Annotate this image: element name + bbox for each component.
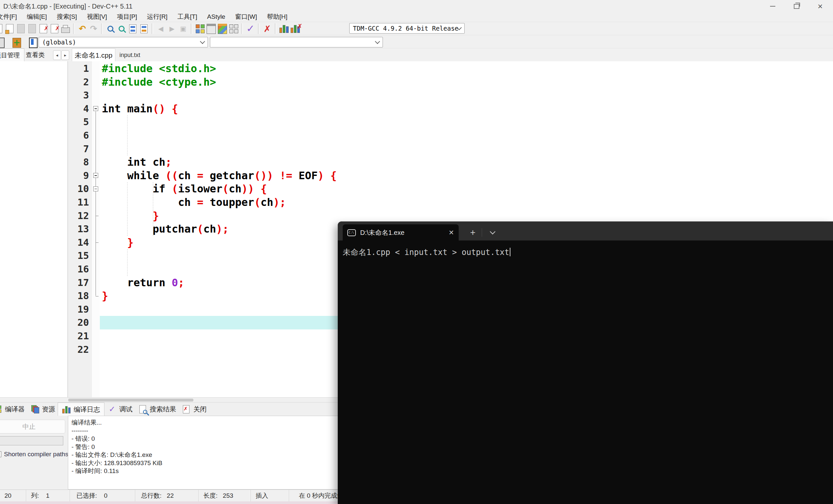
new-project-button[interactable] bbox=[194, 23, 206, 34]
scrollbar-thumb[interactable] bbox=[68, 399, 193, 402]
code-line-10[interactable]: if (islower(ch)) { bbox=[102, 182, 267, 196]
goto-line-button[interactable]: ▣ bbox=[177, 23, 189, 34]
abort-button[interactable]: 中止 bbox=[0, 420, 65, 433]
code-line-1[interactable]: #include <stdio.h> bbox=[102, 62, 216, 75]
menu-item-5[interactable]: 运行[R] bbox=[142, 13, 172, 21]
bottom-tab-3[interactable]: ✓调试 bbox=[104, 403, 136, 416]
code-line-4[interactable]: int main() { bbox=[102, 102, 178, 116]
redo-button[interactable]: ↷ bbox=[88, 23, 99, 34]
save-all-button[interactable] bbox=[26, 23, 38, 34]
new-window-button[interactable] bbox=[206, 23, 217, 34]
restore-button[interactable] bbox=[789, 1, 804, 11]
stop-execution-button[interactable]: ✗ bbox=[262, 23, 273, 34]
editor-tab-input-label: input.txt bbox=[119, 52, 140, 58]
code-token: putchar bbox=[102, 223, 197, 235]
open-file-button[interactable] bbox=[4, 23, 15, 34]
delete-profiling-button[interactable]: ✗ bbox=[290, 23, 301, 34]
print-button[interactable] bbox=[60, 23, 71, 34]
undo-button[interactable]: ↶ bbox=[77, 23, 88, 34]
close-file-button[interactable]: ✗ bbox=[38, 23, 49, 34]
open-book-button[interactable] bbox=[0, 37, 6, 48]
menu-item-7[interactable]: AStyle bbox=[202, 13, 230, 20]
terminal-new-tab-button[interactable]: + bbox=[465, 224, 481, 241]
fold-margin[interactable] bbox=[92, 61, 100, 397]
bottom-tab-0[interactable]: 编译器 bbox=[0, 403, 28, 416]
code-token: int main bbox=[102, 102, 152, 115]
menu-item-2[interactable]: 搜索[S] bbox=[52, 13, 82, 21]
replace-button[interactable] bbox=[127, 23, 138, 34]
fold-box-line-4[interactable] bbox=[93, 106, 98, 111]
terminal-tab-close-icon[interactable]: ✕ bbox=[449, 229, 454, 237]
code-line-17[interactable]: return 0; bbox=[102, 276, 184, 290]
package-manager-button[interactable] bbox=[228, 23, 239, 34]
members-select[interactable] bbox=[210, 37, 383, 47]
find-in-files-button[interactable] bbox=[116, 23, 127, 34]
windows-terminal-window[interactable]: C:\ D:\未命名1.exe ✕ + 未命名1.cpp < input.txt… bbox=[338, 221, 833, 504]
code-token: (( bbox=[165, 169, 178, 182]
compile-progress-bar bbox=[0, 436, 63, 446]
chevron-down-icon bbox=[200, 39, 205, 44]
code-line-14[interactable]: } bbox=[102, 236, 134, 249]
code-line-13[interactable]: putchar(ch); bbox=[102, 222, 229, 236]
sidebar-tab-classes[interactable]: 查看类 bbox=[24, 48, 47, 62]
back-button[interactable]: ◀ bbox=[155, 23, 166, 34]
shorten-paths-option[interactable]: Shorten compiler paths bbox=[0, 451, 68, 458]
profile-analysis-button[interactable] bbox=[279, 23, 290, 34]
line-number: 5 bbox=[84, 115, 89, 129]
code-token: } bbox=[102, 236, 134, 249]
bottom-tab-5[interactable]: ✗关闭 bbox=[178, 403, 210, 416]
code-line-8[interactable]: int ch; bbox=[102, 155, 172, 169]
sidebar-tab-project[interactable]: 项目管理 bbox=[0, 48, 24, 62]
editor-tab-active[interactable]: 未命名1.cpp bbox=[72, 48, 115, 62]
code-line-9[interactable]: while ((ch = getchar()) != EOF) { bbox=[102, 169, 337, 183]
close-all-button[interactable]: ✗ bbox=[49, 23, 60, 34]
menu-item-4[interactable]: 项目[P] bbox=[112, 13, 142, 21]
menu-item-3[interactable]: 视图[V] bbox=[82, 13, 112, 21]
tab-scroll-right-button[interactable]: ▸ bbox=[61, 50, 69, 60]
code-line-18[interactable]: } bbox=[102, 289, 108, 303]
code-line-2[interactable]: #include <ctype.h> bbox=[102, 75, 216, 89]
globals-select[interactable]: (globals) bbox=[39, 37, 208, 47]
find-button[interactable] bbox=[105, 23, 116, 34]
fold-box-line-9[interactable] bbox=[93, 173, 98, 178]
tab-scroll-left-button[interactable]: ◂ bbox=[53, 50, 61, 60]
line-number: 17 bbox=[77, 276, 89, 290]
editor-tab-input-txt[interactable]: input.txt bbox=[115, 48, 144, 62]
checkbox-icon[interactable] bbox=[0, 451, 1, 457]
forward-button[interactable]: ▶ bbox=[166, 23, 177, 34]
minimize-button[interactable] bbox=[765, 1, 780, 11]
status-line: 20 bbox=[0, 490, 26, 501]
menu-item-6[interactable]: 工具[T] bbox=[172, 13, 202, 21]
undo-icon: ↶ bbox=[79, 24, 86, 33]
code-line-11[interactable]: ch = toupper(ch); bbox=[102, 196, 286, 209]
compiler-select[interactable]: TDM-GCC 4.9.2 64-bit Release bbox=[349, 23, 465, 33]
save-button[interactable] bbox=[15, 23, 26, 34]
menu-item-9[interactable]: 帮助[H] bbox=[262, 13, 292, 21]
project-options-button[interactable] bbox=[217, 23, 228, 34]
terminal-dropdown-button[interactable] bbox=[485, 224, 500, 241]
bottom-tab-4[interactable]: 搜索结果 bbox=[136, 403, 178, 416]
back-icon: ◀ bbox=[158, 25, 163, 32]
code-token: ( bbox=[254, 196, 260, 209]
bottom-tab-1[interactable]: 资源 bbox=[28, 403, 58, 416]
new-file-button[interactable] bbox=[0, 23, 4, 34]
close-button[interactable]: × bbox=[813, 1, 828, 11]
log-line-0: 编译结果... bbox=[72, 419, 102, 427]
add-bookmark-button[interactable] bbox=[11, 37, 22, 48]
compiler-grid-icon bbox=[0, 405, 2, 413]
terminal-content[interactable]: 未命名1.cpp < input.txt > output.txt bbox=[338, 240, 833, 504]
compile-button[interactable]: ✓ bbox=[245, 23, 256, 34]
code-token: #include <stdio.h> bbox=[102, 62, 216, 75]
terminal-tab[interactable]: C:\ D:\未命名1.exe ✕ bbox=[343, 224, 459, 241]
code-line-12[interactable]: } bbox=[102, 209, 159, 223]
bottom-tab-2[interactable]: 编译日志 bbox=[58, 403, 104, 416]
menu-item-0[interactable]: 文件[F] bbox=[0, 13, 22, 21]
replace-all-button[interactable] bbox=[138, 23, 150, 34]
menu-item-1[interactable]: 编辑[E] bbox=[22, 13, 52, 21]
menu-item-8[interactable]: 窗口[W] bbox=[230, 13, 262, 21]
abort-button-label: 中止 bbox=[22, 422, 35, 431]
fold-box-line-10[interactable] bbox=[93, 187, 98, 191]
close-file-icon: ✗ bbox=[40, 24, 47, 33]
status-insert-mode: 插入 bbox=[251, 490, 289, 501]
toggle-bookmark-button[interactable] bbox=[28, 37, 39, 48]
